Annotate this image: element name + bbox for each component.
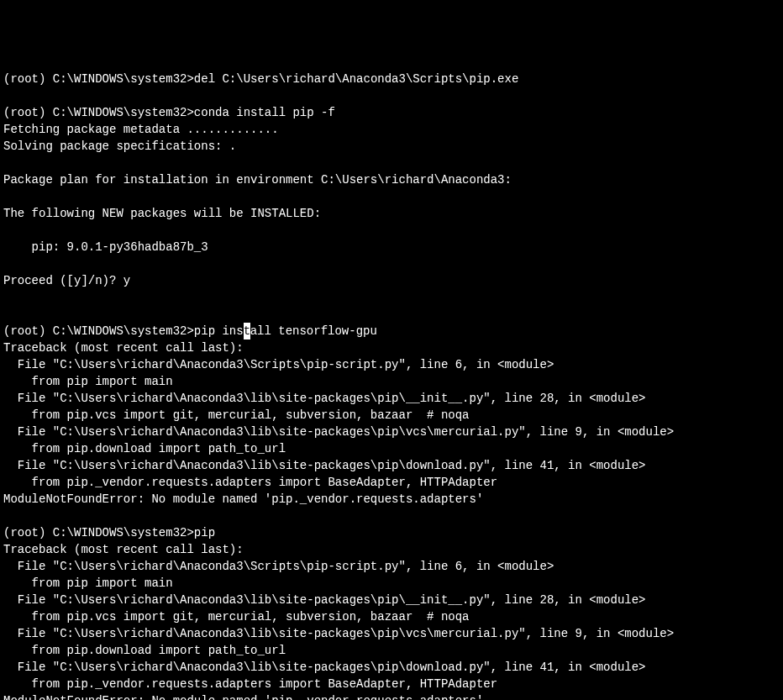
output-text: Solving package specifications: . (3, 139, 236, 153)
output-text: The following NEW packages will be INSTA… (3, 207, 321, 220)
output-text: File "C:\Users\richard\Anaconda3\lib\sit… (3, 593, 646, 607)
terminal-line: File "C:\Users\richard\Anaconda3\lib\sit… (3, 659, 780, 676)
output-text: from pip._vendor.requests.adapters impor… (3, 476, 497, 489)
terminal-line: from pip._vendor.requests.adapters impor… (3, 676, 780, 692)
command-prompt: (root) C:\WINDOWS\system32> (3, 526, 194, 539)
command-text: pip (194, 526, 215, 539)
terminal-line: File "C:\Users\richard\Anaconda3\lib\sit… (3, 625, 780, 642)
output-text: pip: 9.0.1-py36hadba87b_3 (3, 240, 208, 254)
terminal-line: from pip.vcs import git, mercurial, subv… (3, 407, 780, 424)
output-text: File "C:\Users\richard\Anaconda3\lib\sit… (3, 392, 646, 405)
command-text: all tensorflow-gpu (250, 324, 377, 338)
terminal-line: (root) C:\WINDOWS\system32>conda install… (3, 104, 780, 121)
terminal-line (3, 188, 780, 205)
output-text: File "C:\Users\richard\Anaconda3\Scripts… (3, 358, 554, 371)
output-text: Traceback (most recent call last): (3, 341, 244, 355)
terminal-line: Package plan for installation in environ… (3, 171, 780, 188)
terminal-line (3, 306, 780, 323)
terminal-line (3, 222, 780, 239)
terminal-line: pip: 9.0.1-py36hadba87b_3 (3, 239, 780, 255)
terminal-line: from pip.vcs import git, mercurial, subv… (3, 608, 780, 625)
output-text: from pip.download import path_to_url (3, 644, 286, 657)
output-text: File "C:\Users\richard\Anaconda3\lib\sit… (3, 425, 674, 439)
terminal-line: ModuleNotFoundError: No module named 'pi… (3, 491, 780, 508)
command-text: del C:\Users\richard\Anaconda3\Scripts\p… (194, 72, 518, 86)
output-text: Package plan for installation in environ… (3, 173, 512, 187)
command-text: conda install pip -f (194, 106, 335, 119)
output-text: from pip.vcs import git, mercurial, subv… (3, 408, 470, 422)
terminal-line: Fetching package metadata ............. (3, 121, 780, 138)
output-text: File "C:\Users\richard\Anaconda3\lib\sit… (3, 627, 674, 640)
output-text: Fetching package metadata ............. (3, 123, 279, 136)
terminal-line: Solving package specifications: . (3, 138, 780, 155)
terminal-line: File "C:\Users\richard\Anaconda3\lib\sit… (3, 390, 780, 407)
output-text: from pip import main (3, 375, 173, 388)
output-text: from pip._vendor.requests.adapters impor… (3, 677, 497, 691)
command-prompt: (root) C:\WINDOWS\system32> (3, 324, 194, 338)
terminal-line: (root) C:\WINDOWS\system32>pip install t… (3, 323, 780, 339)
output-text: File "C:\Users\richard\Anaconda3\lib\sit… (3, 661, 646, 674)
terminal-line (3, 289, 780, 306)
terminal-line: ModuleNotFoundError: No module named 'pi… (3, 692, 780, 700)
output-text: File "C:\Users\richard\Anaconda3\Scripts… (3, 560, 554, 573)
output-text: ModuleNotFoundError: No module named 'pi… (3, 694, 483, 700)
command-prompt: (root) C:\WINDOWS\system32> (3, 106, 194, 119)
output-text: ModuleNotFoundError: No module named 'pi… (3, 492, 483, 506)
terminal-line: from pip.download import path_to_url (3, 440, 780, 457)
output-text: from pip import main (3, 576, 173, 590)
terminal-line (3, 508, 780, 524)
output-text: from pip.download import path_to_url (3, 442, 286, 455)
command-prompt: (root) C:\WINDOWS\system32> (3, 72, 194, 86)
terminal-line: Proceed ([y]/n)? y (3, 272, 780, 289)
terminal-output[interactable]: (root) C:\WINDOWS\system32>del C:\Users\… (3, 71, 780, 700)
terminal-line: from pip._vendor.requests.adapters impor… (3, 474, 780, 491)
terminal-line: Traceback (most recent call last): (3, 339, 780, 356)
terminal-line (3, 155, 780, 171)
terminal-line: The following NEW packages will be INSTA… (3, 205, 780, 222)
terminal-line: File "C:\Users\richard\Anaconda3\lib\sit… (3, 592, 780, 608)
terminal-line: from pip import main (3, 373, 780, 390)
output-text: File "C:\Users\richard\Anaconda3\lib\sit… (3, 459, 646, 472)
terminal-line: from pip.download import path_to_url (3, 642, 780, 659)
cursor: t (244, 323, 250, 339)
terminal-line: File "C:\Users\richard\Anaconda3\lib\sit… (3, 424, 780, 440)
terminal-line: File "C:\Users\richard\Anaconda3\lib\sit… (3, 457, 780, 474)
terminal-line (3, 255, 780, 272)
terminal-line: (root) C:\WINDOWS\system32>del C:\Users\… (3, 71, 780, 87)
terminal-line: File "C:\Users\richard\Anaconda3\Scripts… (3, 356, 780, 373)
terminal-line: Traceback (most recent call last): (3, 541, 780, 558)
output-text: Proceed ([y]/n)? y (3, 274, 130, 287)
command-text: pip ins (194, 324, 244, 338)
output-text: Traceback (most recent call last): (3, 543, 244, 556)
terminal-line (3, 87, 780, 104)
terminal-line: from pip import main (3, 575, 780, 592)
terminal-line: (root) C:\WINDOWS\system32>pip (3, 524, 780, 541)
output-text: from pip.vcs import git, mercurial, subv… (3, 610, 470, 624)
terminal-line: File "C:\Users\richard\Anaconda3\Scripts… (3, 558, 780, 575)
